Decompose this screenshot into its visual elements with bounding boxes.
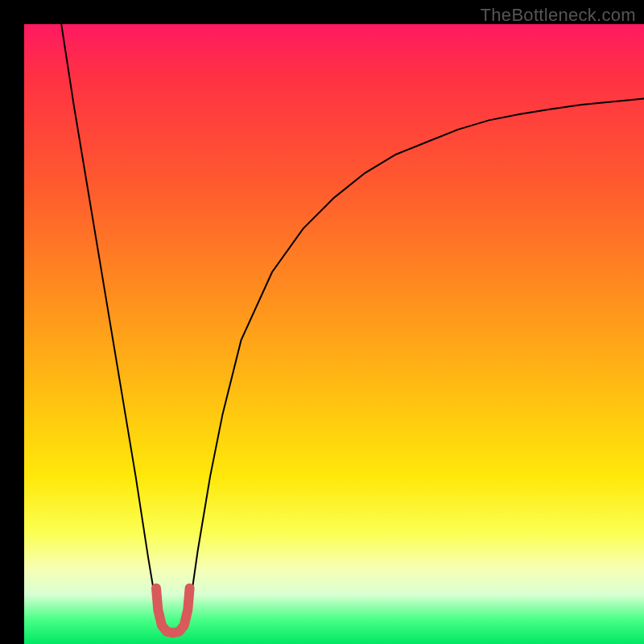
plot-area (24, 24, 644, 644)
chart-svg (24, 24, 644, 644)
watermark-text: TheBottleneck.com (481, 5, 636, 26)
chart-frame: TheBottleneck.com (0, 0, 644, 644)
optimal-u-marker (156, 588, 190, 633)
bottleneck-curve (61, 24, 644, 632)
